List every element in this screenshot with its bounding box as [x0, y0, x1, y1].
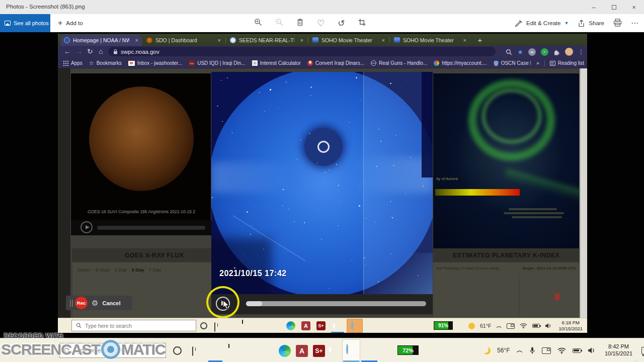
task-view-icon[interactable]: [214, 322, 215, 332]
profile-avatar[interactable]: [565, 48, 573, 56]
edge-icon[interactable]: [286, 321, 295, 330]
inner-search-input[interactable]: [85, 323, 181, 329]
microphone-icon[interactable]: [529, 346, 535, 355]
edge-icon[interactable]: [279, 345, 291, 357]
screencast-o-matic-icon[interactable]: [346, 344, 348, 354]
blurred-text: [504, 212, 564, 214]
bookmark-myaccount[interactable]: https://myaccount....: [434, 60, 487, 66]
resize-diagonal-icon[interactable]: [627, 359, 639, 362]
task-view-icon[interactable]: [192, 346, 193, 356]
drag-handle-icon[interactable]: [70, 300, 71, 307]
browser-menu-icon[interactable]: ⋮: [578, 48, 584, 55]
tray-chevron-icon[interactable]: ︿: [516, 346, 523, 355]
xray-zoom-7day[interactable]: 7 Day: [149, 267, 162, 273]
gear-icon[interactable]: ⚙: [92, 299, 98, 307]
tab-close-icon[interactable]: ×: [460, 37, 466, 43]
add-to-button[interactable]: + Add to: [58, 14, 83, 32]
delete-icon[interactable]: [296, 18, 304, 28]
display-icon[interactable]: [507, 323, 515, 329]
tab-noaa-homepage[interactable]: Homepage | NOAA / NWS Spac ×: [60, 35, 142, 46]
xray-zoom-3day[interactable]: 3 Day: [131, 267, 144, 273]
outer-clock[interactable]: 8:42 PM10/15/2021: [602, 343, 635, 357]
minimize-button[interactable]: –: [584, 0, 604, 14]
search-icon[interactable]: [506, 49, 512, 55]
weather-moon-icon[interactable]: [483, 347, 491, 354]
suvi-play-button[interactable]: [80, 221, 93, 233]
bookmark-bookmarks[interactable]: ☆Bookmarks: [89, 60, 122, 66]
zoom-in-icon[interactable]: [254, 18, 262, 28]
weather-sun-icon[interactable]: [468, 323, 475, 329]
speaker-icon[interactable]: [588, 347, 595, 354]
more-button[interactable]: ⋯: [631, 19, 639, 28]
inner-temperature[interactable]: 61°F: [480, 323, 491, 329]
xray-zoom-1day[interactable]: 1 Day: [114, 267, 127, 273]
page-scrollbar[interactable]: [580, 68, 587, 318]
tray-chevron-icon[interactable]: ︿: [496, 322, 502, 330]
bookmark-real-guns[interactable]: Real Guns - Handlo...: [371, 60, 427, 66]
bookmark-interest-calculator[interactable]: Interest Calculator: [252, 60, 301, 66]
extension-check-icon[interactable]: ✓: [541, 48, 548, 56]
bookmarks-overflow-chevron[interactable]: »: [536, 60, 539, 66]
speaker-icon[interactable]: [545, 323, 551, 329]
suvi-video-panel[interactable]: GOES-16 SUVI Composite 195 Angstroms 202…: [70, 73, 211, 235]
access-icon[interactable]: A: [301, 321, 310, 330]
see-all-photos-button[interactable]: See all photos: [0, 14, 50, 32]
bookmark-inbox[interactable]: MInbox - jwashooter...: [128, 60, 183, 66]
tab-sdo-dashboard[interactable]: SDO | Dashboard ×: [143, 35, 224, 46]
cortana-icon[interactable]: [200, 322, 207, 329]
inner-clock[interactable]: 6:18 PM10/15/2021: [556, 320, 585, 332]
battery-icon[interactable]: [532, 324, 540, 328]
aurora-map-panel[interactable]: ity of Aurora: [433, 73, 580, 249]
video-progress-bar[interactable]: [246, 301, 426, 306]
crop-icon[interactable]: [358, 19, 366, 28]
recorder-cancel-button[interactable]: Cancel: [102, 300, 120, 306]
cortana-icon[interactable]: [173, 346, 182, 355]
reading-list-button[interactable]: Reading list: [550, 60, 584, 66]
screencast-o-matic-icon[interactable]: [351, 320, 353, 331]
favorite-icon[interactable]: ♡: [317, 19, 325, 28]
inner-search-box[interactable]: [71, 320, 196, 331]
bookmark-convert-dinars[interactable]: Convert Iraqi Dinars...: [307, 60, 364, 66]
display-icon[interactable]: [542, 347, 551, 354]
xray-zoom-6hour[interactable]: 6 Hour: [96, 267, 110, 273]
extensions-puzzle-icon[interactable]: [553, 49, 560, 55]
forward-icon[interactable]: →: [75, 47, 83, 56]
share-button[interactable]: Share: [578, 20, 604, 27]
tab-soho-movie-2[interactable]: SOHO Movie Theater ×: [390, 35, 470, 46]
zoom-out-icon[interactable]: [275, 18, 283, 28]
wifi-icon[interactable]: [520, 323, 527, 329]
bookmark-star-icon[interactable]: ★: [517, 49, 523, 55]
record-button[interactable]: Rec: [75, 297, 88, 309]
tab-seeds[interactable]: SEEDS NEAR-REAL-TIME AND B ×: [226, 35, 307, 46]
home-icon[interactable]: ⌂: [99, 47, 103, 56]
tab-close-icon[interactable]: ×: [215, 37, 221, 43]
back-icon[interactable]: ←: [64, 47, 71, 56]
bookmark-usd-iqd[interactable]: invUSD IQD | Iraqi Din...: [189, 60, 245, 66]
new-tab-button[interactable]: +: [475, 35, 485, 44]
print-button[interactable]: [613, 19, 622, 28]
address-bar[interactable]: swpc.noaa.gov: [108, 47, 496, 56]
tab-close-icon[interactable]: ×: [379, 37, 385, 43]
close-button[interactable]: ×: [624, 0, 644, 14]
maximize-button[interactable]: [604, 0, 624, 14]
watermark-screencast: SCREENCAST: [1, 341, 100, 358]
access-icon[interactable]: A: [296, 345, 308, 357]
battery-icon[interactable]: [573, 348, 581, 353]
bookmark-apps[interactable]: Apps: [63, 60, 83, 66]
tab-close-icon[interactable]: ×: [132, 37, 138, 43]
schwab-icon[interactable]: S+: [313, 345, 325, 357]
extension-icon[interactable]: w: [528, 48, 536, 56]
rotate-icon[interactable]: ↺: [338, 19, 345, 28]
reload-icon[interactable]: ↻: [87, 47, 93, 56]
wifi-icon[interactable]: [557, 347, 566, 354]
bookmark-oscn[interactable]: OSCN Case Details: [494, 60, 531, 66]
schwab-icon[interactable]: S+: [316, 321, 326, 330]
action-center-icon[interactable]: [641, 347, 644, 354]
video-progress-thumb[interactable]: [246, 301, 262, 306]
tab-soho-movie-1[interactable]: SOHO Movie Theater ×: [309, 35, 388, 46]
coronagraph-image[interactable]: 2021/10/15 17:42: [211, 72, 433, 294]
tab-close-icon[interactable]: ×: [297, 37, 303, 43]
outer-temperature[interactable]: 56°F: [497, 347, 510, 354]
edit-create-button[interactable]: Edit & Create ▼: [515, 20, 569, 27]
suvi-progress-bar[interactable]: [97, 226, 205, 230]
